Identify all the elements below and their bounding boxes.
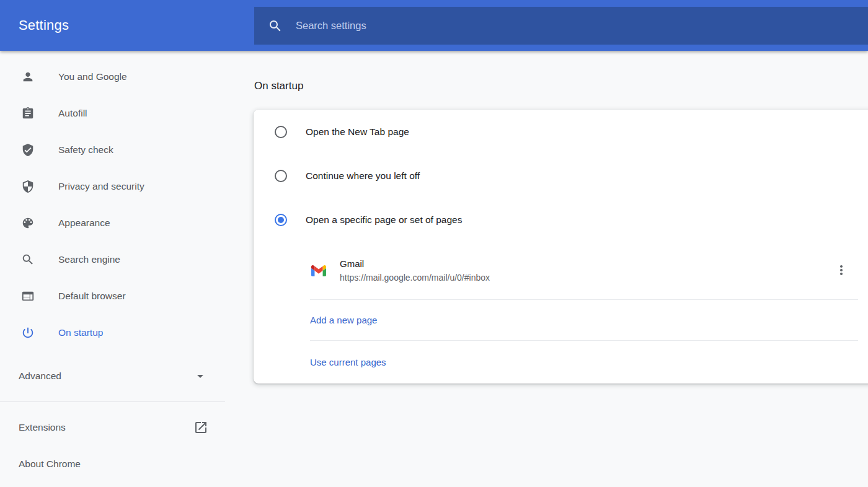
sidebar-item-label: Privacy and security	[58, 181, 144, 192]
add-new-page-row: Add a new page	[254, 300, 868, 340]
sidebar-item-label: Appearance	[58, 217, 110, 229]
radio-button[interactable]	[275, 170, 287, 182]
startup-page-meta: Gmail https://mail.google.com/mail/u/0/#…	[340, 258, 490, 283]
sidebar-item-label: Autofill	[58, 108, 87, 119]
radio-option-label: Open a specific page or set of pages	[306, 214, 462, 226]
radio-button-selected[interactable]	[275, 214, 287, 226]
sidebar-advanced-toggle[interactable]: Advanced	[0, 364, 254, 388]
radio-option-label: Continue where you left off	[306, 170, 420, 182]
sidebar-item-label: Search engine	[58, 254, 120, 265]
section-heading: On startup	[254, 80, 303, 92]
sidebar-divider	[0, 401, 225, 402]
settings-sidebar: You and Google Autofill Safety check Pri…	[0, 51, 254, 476]
appearance-icon	[21, 216, 35, 230]
page-title: Settings	[19, 0, 69, 51]
startup-page-title: Gmail	[340, 258, 490, 269]
sidebar-item-default-browser[interactable]: Default browser	[0, 278, 254, 314]
search-input[interactable]	[296, 20, 868, 32]
radio-option-label: Open the New Tab page	[306, 126, 409, 138]
power-icon	[21, 326, 35, 340]
sidebar-item-label: Default browser	[58, 291, 126, 302]
sidebar-item-about-chrome[interactable]: About Chrome	[0, 452, 254, 476]
person-icon	[21, 70, 35, 84]
advanced-label: Advanced	[19, 371, 61, 382]
gmail-icon	[311, 265, 326, 276]
sidebar-menu: You and Google Autofill Safety check Pri…	[0, 51, 254, 351]
use-current-pages-button[interactable]: Use current pages	[310, 357, 386, 367]
add-new-page-button[interactable]: Add a new page	[310, 315, 377, 325]
sidebar-item-search-engine[interactable]: Search engine	[0, 241, 254, 278]
about-chrome-label: About Chrome	[19, 458, 81, 470]
search-engine-icon	[21, 253, 35, 266]
sidebar-item-you-and-google[interactable]: You and Google	[0, 58, 254, 95]
more-vert-icon[interactable]	[834, 263, 849, 278]
privacy-security-icon	[21, 180, 35, 193]
sidebar-item-privacy-and-security[interactable]: Privacy and security	[0, 168, 254, 204]
header-toolbar: Settings	[0, 0, 868, 51]
on-startup-card: Open the New Tab page Continue where you…	[254, 110, 868, 384]
external-link-icon	[193, 420, 208, 435]
sidebar-item-label: Safety check	[58, 144, 113, 156]
search-icon	[268, 19, 283, 33]
autofill-icon	[21, 107, 35, 120]
sidebar-item-label: On startup	[58, 327, 103, 338]
radio-option-continue[interactable]: Continue where you left off	[254, 154, 868, 198]
sidebar-item-label: You and Google	[58, 71, 127, 82]
radio-option-new-tab[interactable]: Open the New Tab page	[254, 110, 868, 154]
startup-page-url: https://mail.google.com/mail/u/0/#inbox	[340, 273, 490, 283]
sidebar-item-extensions[interactable]: Extensions	[0, 415, 254, 440]
sidebar-item-autofill[interactable]: Autofill	[0, 95, 254, 131]
sidebar-item-on-startup[interactable]: On startup	[0, 314, 254, 351]
sidebar-item-safety-check[interactable]: Safety check	[0, 131, 254, 168]
startup-page-row: Gmail https://mail.google.com/mail/u/0/#…	[254, 242, 868, 299]
extensions-label: Extensions	[19, 422, 66, 433]
default-browser-icon	[21, 289, 35, 303]
search-bar[interactable]	[254, 7, 868, 45]
chevron-down-icon	[193, 369, 208, 384]
use-current-pages-row: Use current pages	[254, 341, 868, 384]
safety-check-icon	[21, 143, 35, 157]
radio-option-specific-pages[interactable]: Open a specific page or set of pages	[254, 198, 868, 242]
radio-button[interactable]	[275, 126, 287, 138]
sidebar-item-appearance[interactable]: Appearance	[0, 204, 254, 241]
